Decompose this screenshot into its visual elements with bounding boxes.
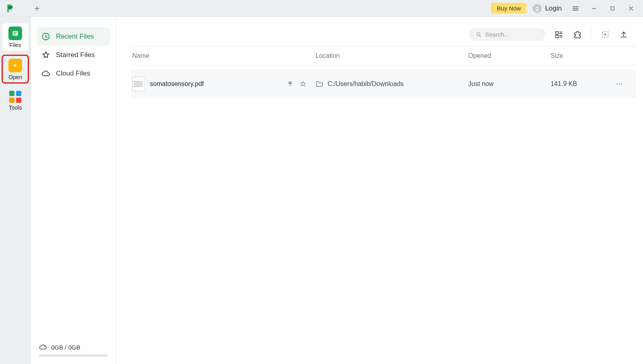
- extensions-button[interactable]: [573, 30, 582, 39]
- sidebar-item-cloud[interactable]: Cloud Files: [37, 64, 110, 83]
- buy-now-button[interactable]: Buy Now: [491, 3, 526, 14]
- storage-text: 0GB / 0GB: [51, 344, 80, 351]
- svg-rect-1: [611, 6, 614, 10]
- tools-icon: [9, 91, 21, 103]
- table-row[interactable]: somatosensory.pdf C:/Users/habib/: [131, 70, 636, 98]
- menu-button[interactable]: [568, 3, 583, 14]
- login-button[interactable]: Login: [530, 3, 564, 14]
- col-opened-header[interactable]: Opened: [468, 52, 551, 59]
- login-label: Login: [545, 4, 562, 12]
- col-name-header[interactable]: Name: [131, 52, 315, 59]
- file-opened: Just now: [468, 80, 551, 88]
- svg-point-0: [537, 6, 539, 8]
- cloud-icon: [41, 69, 50, 78]
- col-location-header[interactable]: Location: [315, 52, 468, 59]
- rail-label: Files: [9, 42, 21, 48]
- new-tab-button[interactable]: [32, 4, 42, 13]
- sidebar-item-label: Cloud Files: [56, 70, 90, 78]
- file-location: C:/Users/habib/Downloads: [328, 80, 403, 88]
- minimize-button[interactable]: [587, 3, 601, 14]
- rail-label: Open: [8, 74, 22, 80]
- search-icon: [475, 31, 482, 38]
- side-panel: Recent Files Starred Files Cloud Files 0…: [31, 17, 116, 364]
- star-icon[interactable]: [299, 80, 307, 88]
- file-name: somatosensory.pdf: [150, 80, 204, 88]
- row-more-button[interactable]: [615, 80, 636, 88]
- open-icon: [8, 59, 22, 72]
- rail-item-files[interactable]: Files: [2, 23, 28, 51]
- svg-point-9: [619, 84, 620, 85]
- sidebar-item-label: Recent Files: [56, 33, 94, 41]
- file-size: 141.9 KB: [551, 80, 615, 88]
- svg-rect-6: [556, 35, 558, 37]
- rail-item-open[interactable]: Open: [2, 55, 28, 83]
- svg-point-4: [477, 33, 480, 36]
- upload-button[interactable]: [619, 30, 629, 39]
- app-logo[interactable]: [5, 3, 16, 14]
- toolbar: [116, 17, 643, 46]
- sidebar-item-starred[interactable]: Starred Files: [37, 46, 110, 64]
- svg-point-8: [616, 84, 618, 85]
- sidebar-item-label: Starred Files: [56, 51, 94, 59]
- sidebar-item-recent[interactable]: Recent Files: [37, 27, 110, 46]
- new-file-button[interactable]: [600, 30, 610, 39]
- file-thumbnail-icon: [132, 77, 144, 91]
- layout-toggle-button[interactable]: [554, 30, 564, 39]
- search-box[interactable]: [469, 28, 545, 41]
- rail-item-tools[interactable]: Tools: [2, 88, 28, 113]
- left-rail: Files Open Tools: [0, 17, 31, 364]
- search-input[interactable]: [485, 31, 539, 38]
- separator: [591, 30, 592, 39]
- file-table: Name Location Opened Size somatosensory.…: [116, 46, 643, 98]
- svg-rect-5: [556, 31, 558, 34]
- maximize-button[interactable]: [605, 3, 620, 14]
- folder-icon: [315, 80, 324, 88]
- col-size-header[interactable]: Size: [551, 52, 615, 59]
- pin-icon[interactable]: [287, 80, 294, 88]
- avatar-icon: [533, 4, 542, 13]
- main-area: Name Location Opened Size somatosensory.…: [116, 17, 643, 364]
- rail-label: Tools: [9, 104, 22, 111]
- files-icon: [8, 27, 22, 40]
- titlebar: Buy Now Login: [0, 0, 643, 17]
- svg-point-10: [621, 84, 622, 85]
- star-icon: [41, 51, 50, 59]
- storage-status: 0GB / 0GB: [37, 343, 110, 364]
- svg-rect-2: [12, 31, 18, 36]
- table-header: Name Location Opened Size: [131, 46, 636, 65]
- cloud-icon: [39, 343, 47, 351]
- clock-icon: [41, 32, 50, 41]
- storage-bar: [39, 354, 108, 357]
- close-button[interactable]: [624, 3, 638, 14]
